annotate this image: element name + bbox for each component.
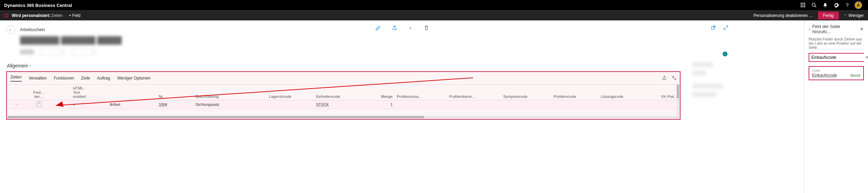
personalization-target: Zeilen xyxy=(51,13,63,18)
svg-rect-0 xyxy=(801,3,802,4)
tab-auftrag[interactable]: Auftrag xyxy=(97,76,110,81)
help-icon[interactable]: ? xyxy=(842,0,853,10)
col-nr[interactable]: Nr. xyxy=(157,85,193,100)
row-fest-check[interactable] xyxy=(25,100,52,109)
tab-verwalten[interactable]: Verwalten xyxy=(29,76,47,81)
avatar[interactable]: A xyxy=(853,0,864,10)
document-title: ████████ ███████ █████ xyxy=(20,36,798,44)
tab-funktionen[interactable]: Funktionen xyxy=(54,76,74,81)
col-problembereich[interactable]: Problemberei… xyxy=(447,85,501,100)
field-item-status: Bereit xyxy=(850,73,860,77)
office-waffle-icon[interactable] xyxy=(798,0,809,10)
svg-rect-5 xyxy=(804,4,805,6)
tab-zeile[interactable]: Zeile xyxy=(81,76,90,81)
general-section-heading[interactable]: Allgemein xyxy=(7,63,681,68)
gear-icon[interactable] xyxy=(831,0,842,10)
svg-rect-8 xyxy=(804,6,805,7)
search-icon[interactable] xyxy=(809,0,820,10)
col-loesung[interactable]: Lösungscode xyxy=(599,85,646,100)
col-menu xyxy=(52,85,71,100)
col-problemursache[interactable]: Problemursa… xyxy=(395,85,447,100)
popout-icon[interactable] xyxy=(711,25,716,31)
lines-subpage: Zeilen Verwalten Funktionen Zeile Auftra… xyxy=(6,71,681,120)
row-einheit[interactable]: STÜCK xyxy=(314,100,364,109)
lines-share-icon[interactable] xyxy=(662,75,667,81)
add-field-pane: › Feld der Seite hinzufü… ✕ Platziert Fe… xyxy=(804,20,868,193)
col-symptom[interactable]: Symptomcode xyxy=(501,85,552,100)
back-button[interactable]: ← xyxy=(6,25,15,34)
share-icon[interactable] xyxy=(392,25,397,32)
tab-zeilen[interactable]: Zeilen xyxy=(10,75,22,82)
row-menu-icon[interactable]: ⋮ xyxy=(52,100,71,109)
clear-search-icon[interactable]: ✕ xyxy=(865,54,868,61)
row-nr[interactable]: 1004 xyxy=(157,100,193,109)
collapse-icon[interactable] xyxy=(723,25,728,31)
svg-line-10 xyxy=(815,6,816,7)
col-selector xyxy=(7,85,25,100)
svg-rect-4 xyxy=(802,4,803,6)
row-menge[interactable]: 1 xyxy=(364,100,395,109)
tab-weniger-optionen[interactable]: Weniger Optionen xyxy=(117,76,151,81)
svg-rect-2 xyxy=(804,3,805,4)
col-type-gap xyxy=(108,85,157,100)
personalization-bar: Wird personalisiert: Zeilen + Feld Perso… xyxy=(0,10,868,20)
edit-icon[interactable] xyxy=(375,25,381,32)
table-row[interactable]: → ⋮ – Artikel 1004 Dichtungssatz STÜCK 1 xyxy=(7,100,680,109)
new-icon[interactable]: ＋ xyxy=(408,25,413,32)
done-button[interactable]: Fertig xyxy=(818,11,839,20)
bell-icon[interactable] xyxy=(820,0,831,10)
row-beschreibung[interactable]: Dichtungssatz xyxy=(193,100,267,109)
field-item-name: Einkaufscode xyxy=(812,73,837,78)
field-item-label: Code xyxy=(812,68,860,72)
col-lagerort[interactable]: Lagerortcode xyxy=(267,85,314,100)
col-problem[interactable]: Problemcode xyxy=(552,85,599,100)
filter-combo-1[interactable] xyxy=(41,48,65,55)
svg-rect-3 xyxy=(801,4,802,6)
row-lagerort[interactable] xyxy=(267,100,314,109)
row-html[interactable]: – xyxy=(71,100,107,109)
col-einheit[interactable]: Einheitencode xyxy=(314,85,364,100)
pane-collapse-icon[interactable]: › xyxy=(809,26,810,32)
add-field-button[interactable]: + Feld xyxy=(69,13,80,18)
page-type: Arbeitsschein xyxy=(20,27,45,32)
svg-rect-1 xyxy=(802,3,803,4)
row-indicator: → xyxy=(7,100,25,109)
add-field-label: + Feld xyxy=(69,13,80,18)
disable-personalization-link[interactable]: Personalisierung deaktivieren … xyxy=(753,13,813,18)
col-html[interactable]: HTML- Text existiert xyxy=(71,85,107,100)
svg-point-9 xyxy=(812,3,815,6)
filter-combo-2[interactable] xyxy=(72,48,96,55)
lines-grid[interactable]: Fest… ber… HTML- Text existiert Nr. Besc… xyxy=(7,84,680,109)
col-menge[interactable]: Menge xyxy=(364,85,395,100)
pane-title: Feld der Seite hinzufü… xyxy=(812,24,858,34)
personalization-label: Wird personalisiert: xyxy=(12,13,51,18)
top-bar: Dynamics 365 Business Central ? A xyxy=(0,0,868,10)
pane-description: Platziert Felder durch Ziehen aus der Li… xyxy=(809,37,864,49)
col-beschreibung[interactable]: Beschreibung xyxy=(193,85,267,100)
horizontal-scrollbar[interactable] xyxy=(8,116,679,118)
app-title: Dynamics 365 Business Central xyxy=(4,3,72,8)
lines-toolbar: Zeilen Verwalten Funktionen Zeile Auftra… xyxy=(7,72,680,84)
lines-expand-icon[interactable] xyxy=(672,75,676,81)
stop-personalization-icon[interactable] xyxy=(4,13,8,18)
field-search-input[interactable] xyxy=(809,54,865,61)
filter-label xyxy=(20,49,34,54)
svg-text:?: ? xyxy=(846,2,849,8)
row-type[interactable]: Artikel xyxy=(108,100,157,109)
col-fest[interactable]: Fest… ber… xyxy=(25,85,52,100)
delete-icon[interactable] xyxy=(424,25,429,32)
svg-rect-7 xyxy=(802,6,803,7)
svg-rect-12 xyxy=(712,27,714,29)
svg-rect-6 xyxy=(801,6,802,7)
factbox-area xyxy=(687,55,798,120)
vertical-scrollbar[interactable] xyxy=(677,84,679,115)
field-item-einkaufscode[interactable]: Code Einkaufscode Bereit xyxy=(809,66,864,80)
pane-close-icon[interactable]: ✕ xyxy=(860,26,864,32)
less-toggle[interactable]: Weniger xyxy=(844,13,864,18)
page-actions: ＋ xyxy=(375,25,429,32)
col-vkpreis[interactable]: VK-Prei… xyxy=(646,85,680,100)
